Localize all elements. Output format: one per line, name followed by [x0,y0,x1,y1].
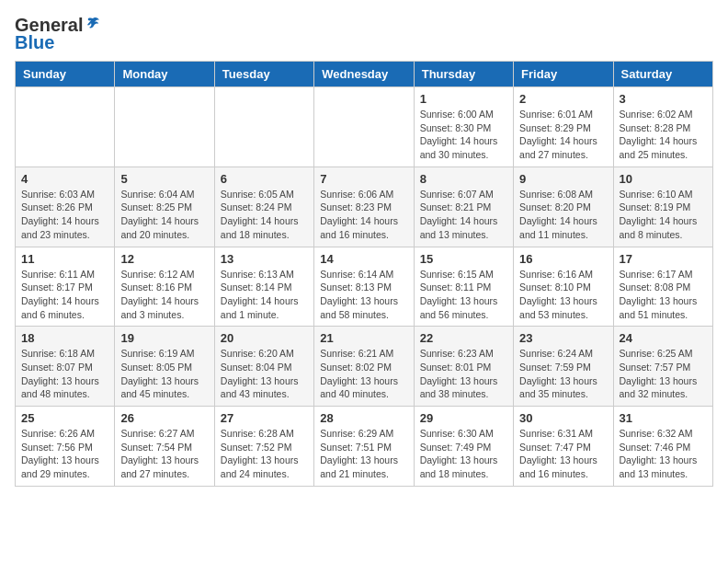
calendar-cell: 30Sunrise: 6:31 AMSunset: 7:47 PMDayligh… [514,407,613,487]
day-number: 7 [320,172,407,186]
calendar-week-row: 4Sunrise: 6:03 AMSunset: 8:26 PMDaylight… [16,167,713,247]
day-of-week-header: Tuesday [214,62,313,87]
day-of-week-header: Wednesday [314,62,414,87]
day-info: Sunrise: 6:18 AMSunset: 8:07 PMDaylight:… [21,347,108,401]
day-number: 18 [21,331,108,345]
day-number: 11 [21,252,108,266]
day-number: 4 [21,172,108,186]
day-number: 6 [221,172,308,186]
day-number: 3 [620,92,707,106]
logo-blue: Blue [15,32,54,53]
calendar-cell: 14Sunrise: 6:14 AMSunset: 8:13 PMDayligh… [314,247,414,327]
day-info: Sunrise: 6:06 AMSunset: 8:23 PMDaylight:… [320,188,407,242]
calendar-cell [314,87,414,167]
calendar-cell: 18Sunrise: 6:18 AMSunset: 8:07 PMDayligh… [16,327,115,407]
day-of-week-header: Friday [514,62,613,87]
day-info: Sunrise: 6:30 AMSunset: 7:49 PMDaylight:… [420,427,507,481]
day-number: 14 [320,252,407,266]
day-number: 23 [519,331,607,345]
day-number: 19 [120,331,208,345]
calendar-cell: 12Sunrise: 6:12 AMSunset: 8:16 PMDayligh… [115,247,214,327]
day-info: Sunrise: 6:15 AMSunset: 8:11 PMDaylight:… [420,268,507,322]
day-info: Sunrise: 6:28 AMSunset: 7:52 PMDaylight:… [221,427,308,481]
calendar-cell: 25Sunrise: 6:26 AMSunset: 7:56 PMDayligh… [16,407,115,487]
day-info: Sunrise: 6:04 AMSunset: 8:25 PMDaylight:… [120,188,208,242]
calendar-cell: 20Sunrise: 6:20 AMSunset: 8:04 PMDayligh… [214,327,313,407]
calendar-cell [214,87,313,167]
day-number: 2 [519,92,607,106]
day-of-week-header: Saturday [613,62,712,87]
logo: General Blue [15,15,101,53]
day-info: Sunrise: 6:02 AMSunset: 8:28 PMDaylight:… [620,108,707,162]
calendar-cell: 5Sunrise: 6:04 AMSunset: 8:25 PMDaylight… [115,167,214,247]
calendar-cell: 4Sunrise: 6:03 AMSunset: 8:26 PMDaylight… [16,167,115,247]
day-of-week-header: Monday [115,62,214,87]
calendar-cell: 6Sunrise: 6:05 AMSunset: 8:24 PMDaylight… [214,167,313,247]
calendar-table: SundayMondayTuesdayWednesdayThursdayFrid… [15,61,713,487]
day-info: Sunrise: 6:00 AMSunset: 8:30 PMDaylight:… [420,108,507,162]
calendar-cell: 19Sunrise: 6:19 AMSunset: 8:05 PMDayligh… [115,327,214,407]
day-number: 16 [519,252,607,266]
day-number: 13 [221,252,308,266]
day-number: 15 [420,252,507,266]
calendar-cell: 2Sunrise: 6:01 AMSunset: 8:29 PMDaylight… [514,87,613,167]
day-info: Sunrise: 6:10 AMSunset: 8:19 PMDaylight:… [620,188,707,242]
day-info: Sunrise: 6:25 AMSunset: 7:57 PMDaylight:… [620,347,707,401]
day-number: 9 [519,172,607,186]
day-number: 17 [620,252,707,266]
calendar-cell: 9Sunrise: 6:08 AMSunset: 8:20 PMDaylight… [514,167,613,247]
day-number: 24 [620,331,707,345]
day-info: Sunrise: 6:29 AMSunset: 7:51 PMDaylight:… [320,427,407,481]
day-of-week-header: Thursday [414,62,513,87]
calendar-cell: 22Sunrise: 6:23 AMSunset: 8:01 PMDayligh… [414,327,513,407]
calendar-week-row: 25Sunrise: 6:26 AMSunset: 7:56 PMDayligh… [16,407,713,487]
calendar-cell: 1Sunrise: 6:00 AMSunset: 8:30 PMDaylight… [414,87,513,167]
calendar-week-row: 1Sunrise: 6:00 AMSunset: 8:30 PMDaylight… [16,87,713,167]
calendar-cell: 7Sunrise: 6:06 AMSunset: 8:23 PMDaylight… [314,167,414,247]
day-number: 25 [21,411,108,425]
day-info: Sunrise: 6:12 AMSunset: 8:16 PMDaylight:… [120,268,208,322]
calendar-cell: 26Sunrise: 6:27 AMSunset: 7:54 PMDayligh… [115,407,214,487]
day-number: 26 [120,411,208,425]
day-info: Sunrise: 6:08 AMSunset: 8:20 PMDaylight:… [519,188,607,242]
calendar-cell [16,87,115,167]
day-number: 21 [320,331,407,345]
day-number: 8 [420,172,507,186]
day-number: 1 [420,92,507,106]
calendar-header-row: SundayMondayTuesdayWednesdayThursdayFrid… [16,62,713,87]
calendar-cell: 29Sunrise: 6:30 AMSunset: 7:49 PMDayligh… [414,407,513,487]
day-number: 22 [420,331,507,345]
day-info: Sunrise: 6:31 AMSunset: 7:47 PMDaylight:… [519,427,607,481]
day-info: Sunrise: 6:32 AMSunset: 7:46 PMDaylight:… [620,427,707,481]
day-number: 12 [120,252,208,266]
day-number: 27 [221,411,308,425]
calendar-cell: 16Sunrise: 6:16 AMSunset: 8:10 PMDayligh… [514,247,613,327]
calendar-cell: 24Sunrise: 6:25 AMSunset: 7:57 PMDayligh… [613,327,712,407]
day-number: 28 [320,411,407,425]
calendar-cell: 15Sunrise: 6:15 AMSunset: 8:11 PMDayligh… [414,247,513,327]
day-info: Sunrise: 6:11 AMSunset: 8:17 PMDaylight:… [21,268,108,322]
day-info: Sunrise: 6:16 AMSunset: 8:10 PMDaylight:… [519,268,607,322]
day-info: Sunrise: 6:17 AMSunset: 8:08 PMDaylight:… [620,268,707,322]
day-info: Sunrise: 6:24 AMSunset: 7:59 PMDaylight:… [519,347,607,401]
calendar-cell: 28Sunrise: 6:29 AMSunset: 7:51 PMDayligh… [314,407,414,487]
day-info: Sunrise: 6:07 AMSunset: 8:21 PMDaylight:… [420,188,507,242]
day-info: Sunrise: 6:01 AMSunset: 8:29 PMDaylight:… [519,108,607,162]
logo-bird-icon [85,16,101,32]
calendar-cell: 11Sunrise: 6:11 AMSunset: 8:17 PMDayligh… [16,247,115,327]
day-number: 31 [620,411,707,425]
calendar-cell: 21Sunrise: 6:21 AMSunset: 8:02 PMDayligh… [314,327,414,407]
day-info: Sunrise: 6:26 AMSunset: 7:56 PMDaylight:… [21,427,108,481]
calendar-cell [115,87,214,167]
day-number: 5 [120,172,208,186]
calendar-cell: 27Sunrise: 6:28 AMSunset: 7:52 PMDayligh… [214,407,313,487]
day-info: Sunrise: 6:20 AMSunset: 8:04 PMDaylight:… [221,347,308,401]
calendar-week-row: 18Sunrise: 6:18 AMSunset: 8:07 PMDayligh… [16,327,713,407]
page-header: General Blue [15,15,713,53]
calendar-cell: 31Sunrise: 6:32 AMSunset: 7:46 PMDayligh… [613,407,712,487]
day-info: Sunrise: 6:03 AMSunset: 8:26 PMDaylight:… [21,188,108,242]
calendar-week-row: 11Sunrise: 6:11 AMSunset: 8:17 PMDayligh… [16,247,713,327]
day-of-week-header: Sunday [16,62,115,87]
calendar-cell: 13Sunrise: 6:13 AMSunset: 8:14 PMDayligh… [214,247,313,327]
day-number: 29 [420,411,507,425]
